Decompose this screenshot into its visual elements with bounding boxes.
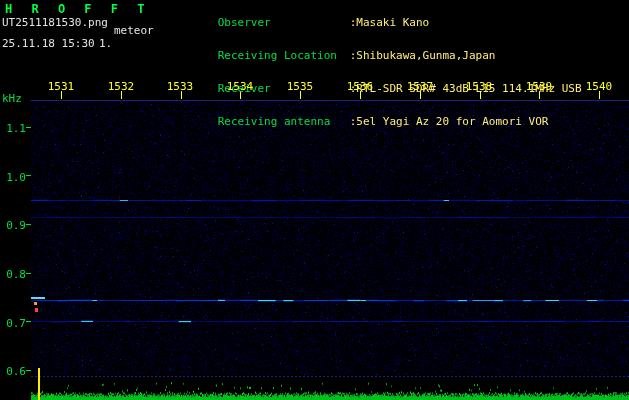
image-counter: 1. bbox=[99, 38, 112, 49]
info-label: Receiving Location bbox=[218, 50, 350, 61]
info-value: :Masaki Kano bbox=[350, 16, 429, 29]
time-tick-label: 1535 bbox=[286, 80, 314, 93]
app-title: H R O F F T bbox=[5, 4, 150, 15]
freq-tick-label: 0.8 bbox=[2, 268, 26, 281]
time-tick-label: 1540 bbox=[585, 80, 613, 93]
time-tick-label: 1531 bbox=[47, 80, 75, 93]
observation-datetime: 25.11.18 15:30 bbox=[2, 38, 95, 49]
observation-mode-label: meteor bbox=[114, 25, 154, 36]
time-tick-label: 1539 bbox=[525, 80, 553, 93]
info-row-antenna: Receiving antenna:5el Yagi Az 20 for Aom… bbox=[178, 105, 582, 138]
info-value: :5el Yagi Az 20 for Aomori VOR bbox=[350, 115, 549, 128]
freq-tick-label: 0.7 bbox=[2, 317, 26, 330]
freq-tick-label: 0.6 bbox=[2, 365, 26, 378]
time-tick-label: 1537 bbox=[406, 80, 434, 93]
freq-tick-label: 0.9 bbox=[2, 219, 26, 232]
time-tick-label: 1532 bbox=[107, 80, 135, 93]
info-label: Observer bbox=[218, 17, 350, 28]
frequency-axis-unit: kHz bbox=[2, 93, 22, 104]
freq-tick-label: 1.1 bbox=[2, 122, 26, 135]
time-tick-label: 1533 bbox=[166, 80, 194, 93]
info-row-location: Receiving Location:Shibukawa,Gunma,Japan bbox=[178, 39, 582, 72]
observation-info-block: Observer:Masaki Kano Receiving Location:… bbox=[178, 6, 582, 138]
output-filename: UT2511181530.png bbox=[2, 17, 108, 28]
time-tick-label: 1538 bbox=[465, 80, 493, 93]
info-value: :Shibukawa,Gunma,Japan bbox=[350, 49, 496, 62]
time-tick-label: 1536 bbox=[346, 80, 374, 93]
freq-tick-label: 1.0 bbox=[2, 171, 26, 184]
time-tick-label: 1534 bbox=[226, 80, 254, 93]
hrofft-output: H R O F F T UT2511181530.png meteor 25.1… bbox=[0, 0, 629, 400]
info-label: Receiving antenna bbox=[218, 116, 350, 127]
info-row-observer: Observer:Masaki Kano bbox=[178, 6, 582, 39]
